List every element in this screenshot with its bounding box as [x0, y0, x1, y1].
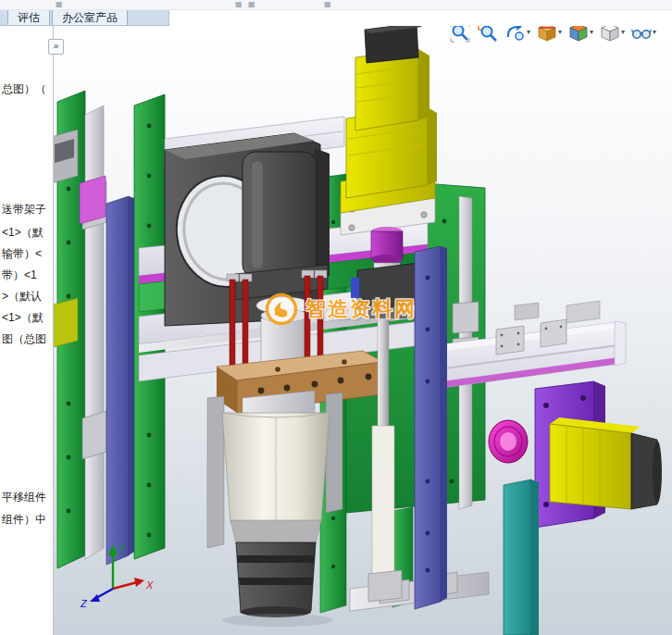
feature-tree-item[interactable]: <1>（默 [2, 225, 44, 241]
tab-office-products[interactable]: 办公室产品 [52, 10, 128, 25]
tab-evaluate[interactable]: 评估 [7, 10, 50, 25]
cropped-toolbar-strip: ▦ ▦ ▦ ▦ [0, 0, 672, 10]
feature-tree-item[interactable]: <1>（默 [2, 310, 44, 326]
feature-tree-item[interactable]: >（默认 [2, 289, 42, 305]
watermark-text: 智造资料网 [305, 295, 417, 323]
teal-column[interactable] [504, 479, 539, 635]
feature-tree-item[interactable]: 总图）（ [2, 81, 46, 97]
triad-z-label: Z [80, 598, 88, 609]
slate-blue-column[interactable] [415, 246, 447, 609]
feature-tree-item[interactable]: 图（总图 [2, 331, 46, 347]
command-manager-tabs: 评估 办公室产品 [0, 10, 672, 26]
feature-tree-item[interactable]: 输带）< [2, 246, 42, 262]
feature-tree-item[interactable]: 送带架子 [2, 202, 46, 218]
feature-tree-item[interactable]: 平移组件 [2, 490, 46, 505]
panel-collapse-button[interactable]: » [48, 39, 64, 55]
cropped-toolbar-icon[interactable]: ▦ [324, 0, 331, 9]
triad-x-label: X [145, 579, 154, 591]
tabs-group: 评估 办公室产品 [0, 10, 169, 26]
watermark-logo-icon [263, 291, 300, 328]
cropped-toolbar-icon[interactable]: ▦ [248, 0, 255, 9]
triad-y-label: Y [118, 543, 126, 554]
cropped-toolbar-icon[interactable]: ▦ [235, 0, 243, 9]
command-manager-header: ▦ ▦ ▦ ▦ 评估 办公室产品 [0, 0, 672, 26]
magenta-coupling[interactable] [489, 420, 528, 463]
cropped-toolbar-icon[interactable]: ▦ [56, 0, 63, 9]
watermark: 智造资料网 [263, 291, 417, 328]
feature-tree-item[interactable]: 组件）中 [2, 512, 46, 528]
feature-manager-panel: 总图）（ 送带架子 <1>（默 输带）< 带）<1 >（默认 <1>（默 图（总… [0, 26, 54, 635]
feature-tree-item[interactable]: 带）<1 [2, 268, 37, 283]
